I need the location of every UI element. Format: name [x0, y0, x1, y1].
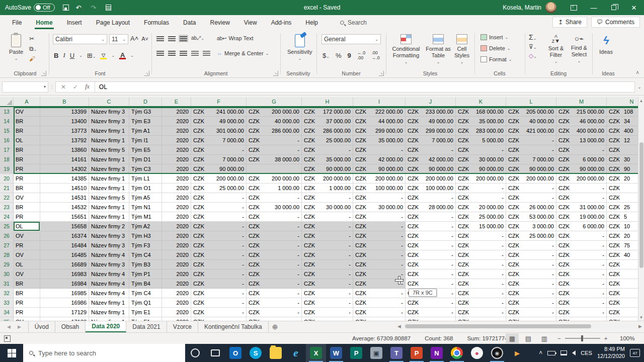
row-header-13[interactable]: 13 — [0, 107, 14, 117]
grid-cell[interactable]: CZK- — [456, 250, 506, 260]
excel-icon[interactable]: X — [306, 344, 326, 362]
comments-button[interactable]: 🗩Comments — [591, 17, 640, 28]
grid-cell[interactable]: 16374 — [40, 231, 89, 241]
grid-cell[interactable]: CZK- — [353, 260, 406, 269]
grid-cell[interactable]: 16485 — [40, 250, 89, 260]
grid-cell[interactable]: CZK- — [556, 269, 607, 279]
grid-cell[interactable]: 13400 — [40, 117, 89, 126]
grid-cell[interactable]: CZK- — [406, 250, 456, 260]
grid-cell[interactable]: Tým L1 — [129, 174, 162, 184]
grid-cell[interactable]: Název firmy 3 — [89, 241, 129, 250]
grid-cell[interactable]: Název firmy 5 — [89, 145, 129, 155]
grid-cell[interactable]: 16689 — [40, 260, 89, 269]
task-view-icon[interactable] — [205, 344, 225, 362]
column-header-M[interactable]: M — [556, 97, 607, 106]
grid-cell[interactable]: Tým A2 — [129, 222, 162, 231]
column-header-A[interactable]: A — [14, 97, 40, 106]
grid-cell[interactable]: 2020 — [162, 155, 191, 164]
grid-cell[interactable]: Název firmy 4 — [89, 269, 129, 279]
page-break-view-button[interactable]: ▥ — [538, 333, 551, 343]
grid-cell[interactable]: 13773 — [40, 126, 89, 136]
grid-cell[interactable]: CZK- — [353, 308, 406, 317]
keyboard-language[interactable]: CES — [581, 350, 592, 356]
grid-cell[interactable]: CZK49 000.00 — [191, 117, 247, 126]
teams-icon[interactable]: T — [386, 344, 407, 362]
grid-cell[interactable]: CZK- — [353, 289, 406, 298]
grid-cell[interactable]: CZK- — [247, 279, 302, 289]
onenote-icon[interactable]: N — [427, 344, 447, 362]
grid-cell[interactable]: PR — [14, 298, 40, 308]
grid-cell[interactable]: 16984 — [40, 279, 89, 289]
row-header-23[interactable]: 23 — [0, 203, 14, 212]
file-explorer-icon[interactable] — [266, 344, 286, 362]
paste-button[interactable]: Paste⌄ — [9, 34, 23, 61]
tab-help[interactable]: Help — [299, 16, 324, 29]
grid-cell[interactable]: 2020 — [162, 164, 191, 174]
copy-icon[interactable]: ⧉⌄ — [29, 45, 37, 52]
grid-cell[interactable]: CZK- — [556, 289, 607, 298]
grid-cell[interactable]: CZK25 000.00 — [191, 184, 247, 193]
grid-cell[interactable]: 2020 — [162, 126, 191, 136]
grid-cell[interactable]: CZK- — [353, 222, 406, 231]
grid-cell[interactable]: BR — [14, 117, 40, 126]
grid-cell[interactable]: Název firmy 3 — [89, 231, 129, 241]
grid-cell[interactable]: Název firmy 1 — [89, 308, 129, 317]
grid-cell[interactable]: 14531 — [40, 193, 89, 203]
name-box[interactable]: ▾ — [2, 81, 48, 93]
grid-cell[interactable]: CZK- — [302, 241, 353, 250]
grid-cell[interactable]: Název firmy 3 — [89, 107, 129, 117]
grid-cell[interactable]: CZK38 000.00 — [247, 155, 302, 164]
column-header-F[interactable]: F — [191, 97, 247, 106]
grid-cell[interactable]: Název firmy 1 — [89, 203, 129, 212]
column-header-B[interactable]: B — [40, 97, 89, 106]
accounting-format-icon[interactable]: $⌄ — [323, 52, 330, 59]
row-header-28[interactable]: 28 — [0, 250, 14, 260]
paint-icon[interactable]: ● — [467, 344, 487, 362]
grid-cell[interactable]: CZK- — [302, 269, 353, 279]
grid-cell[interactable]: CZK7 000.00 — [191, 136, 247, 145]
format-cells-button[interactable]: Format⌄ — [480, 56, 512, 62]
word-icon[interactable]: W — [326, 344, 346, 362]
grid-cell[interactable]: CZK- — [191, 212, 247, 222]
grid-cell[interactable]: OV — [14, 317, 40, 321]
grid-cell[interactable]: Tým G3 — [129, 107, 162, 117]
grid-cell[interactable]: CZK- — [247, 212, 302, 222]
grid-cell[interactable]: CZK90 000.00 — [556, 164, 607, 174]
grid-cell[interactable]: Název firmy 1 — [89, 212, 129, 222]
grid-cell[interactable]: CZK172 000.00 — [302, 107, 353, 117]
remote-desktop-icon[interactable]: ▣ — [366, 344, 386, 362]
number-format-select[interactable]: General⌄ — [321, 34, 381, 44]
column-header-N[interactable]: N — [607, 97, 638, 106]
undo-icon[interactable]: ↶˅ — [76, 4, 84, 12]
row-header-19[interactable]: 19 — [0, 164, 14, 174]
increase-font-icon[interactable]: A˄ — [130, 35, 138, 42]
decrease-indent-icon[interactable] — [191, 50, 199, 56]
format-painter-icon[interactable]: 🖌 — [29, 55, 37, 62]
row-header-18[interactable]: 18 — [0, 155, 14, 164]
grid-cell[interactable]: CZK- — [556, 184, 607, 193]
grid-cell[interactable]: 2020 — [162, 107, 191, 117]
grid-cell[interactable]: CZK20 — [607, 231, 638, 241]
merge-center-button[interactable]: ⇔Merge & Center⌄ — [217, 50, 269, 56]
sheet-tab-vzorce[interactable]: Vzorce — [167, 321, 198, 332]
grid-cell[interactable]: CZK — [607, 269, 638, 279]
grid-cell[interactable]: CZK- — [456, 289, 506, 298]
column-header-L[interactable]: L — [506, 97, 556, 106]
scroll-up-icon[interactable]: ▲ — [638, 97, 644, 104]
grid-cell[interactable]: CZK100 000.00 — [353, 184, 406, 193]
grid-cell[interactable]: Tým N1 — [129, 203, 162, 212]
grid-cell[interactable]: Tým F1 — [129, 317, 162, 321]
font-color-dropdown-icon[interactable]: ⌄ — [130, 53, 134, 58]
cut-icon[interactable]: ✂ — [29, 35, 37, 42]
sheet-tab-data-2021[interactable]: Data 2021 — [126, 321, 167, 332]
volume-icon[interactable] — [572, 350, 576, 355]
row-header-16[interactable]: 16 — [0, 136, 14, 145]
column-header-G[interactable]: G — [247, 97, 302, 106]
grid-cell[interactable]: CZK- — [506, 136, 556, 145]
grid-cell[interactable]: Tým O1 — [129, 184, 162, 193]
grid-cell[interactable]: 2020 — [162, 222, 191, 231]
column-header-D[interactable]: D — [129, 97, 162, 106]
zoom-slider[interactable] — [565, 338, 600, 339]
grid-cell[interactable]: CZK25 000.00 — [456, 212, 506, 222]
alignment-dialog-launcher[interactable] — [273, 71, 278, 76]
